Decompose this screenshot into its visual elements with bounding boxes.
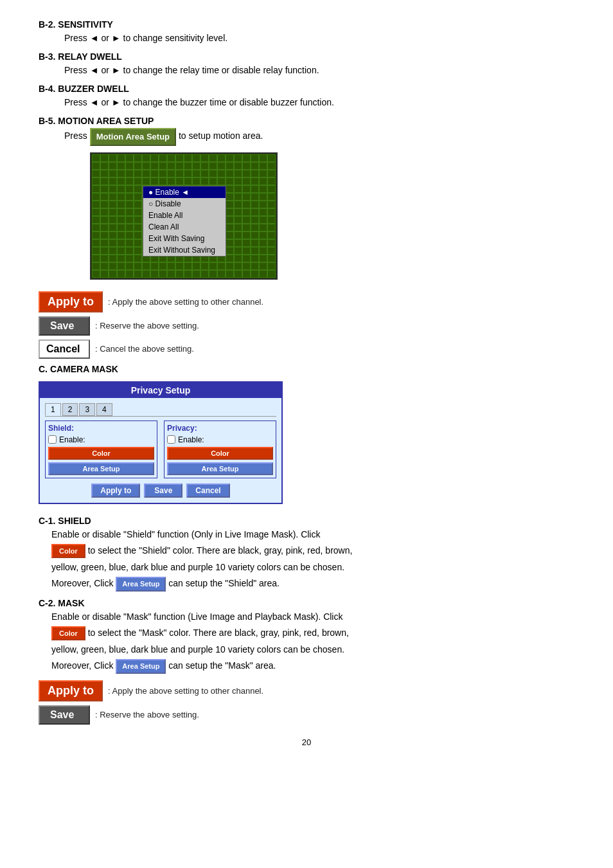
motion-cell[interactable] bbox=[167, 154, 175, 162]
motion-cell[interactable] bbox=[209, 270, 217, 278]
motion-cell[interactable] bbox=[142, 177, 150, 185]
c2-area-setup-button[interactable]: Area Setup bbox=[116, 659, 166, 674]
motion-cell[interactable] bbox=[234, 231, 242, 239]
motion-cell[interactable] bbox=[125, 231, 134, 239]
privacy-tab-3[interactable]: 3 bbox=[79, 403, 95, 416]
motion-cell[interactable] bbox=[226, 231, 234, 239]
motion-cell[interactable] bbox=[267, 208, 276, 216]
motion-cell[interactable] bbox=[134, 239, 142, 247]
motion-cell[interactable] bbox=[134, 270, 142, 278]
motion-cell[interactable] bbox=[251, 177, 259, 185]
motion-cell[interactable] bbox=[142, 170, 150, 177]
motion-cell[interactable] bbox=[234, 208, 242, 216]
motion-cell[interactable] bbox=[226, 162, 234, 170]
motion-cell[interactable] bbox=[134, 185, 142, 193]
motion-cell[interactable] bbox=[209, 170, 217, 177]
motion-cell[interactable] bbox=[234, 185, 242, 193]
motion-cell[interactable] bbox=[167, 177, 175, 185]
motion-cell[interactable] bbox=[200, 177, 209, 185]
motion-cell[interactable] bbox=[150, 170, 159, 177]
motion-cell[interactable] bbox=[109, 208, 117, 216]
motion-cell[interactable] bbox=[134, 216, 142, 224]
motion-cell[interactable] bbox=[200, 162, 209, 170]
motion-cell[interactable] bbox=[259, 185, 267, 193]
motion-cell[interactable] bbox=[134, 201, 142, 208]
motion-cell[interactable] bbox=[134, 255, 142, 262]
motion-cell[interactable] bbox=[209, 162, 217, 170]
motion-cell[interactable] bbox=[226, 154, 234, 162]
motion-cell[interactable] bbox=[100, 247, 109, 255]
privacy-save-button[interactable]: Save bbox=[144, 484, 182, 498]
motion-cell[interactable] bbox=[267, 216, 276, 224]
motion-cell[interactable] bbox=[109, 270, 117, 278]
motion-cell[interactable] bbox=[100, 185, 109, 193]
motion-cell[interactable] bbox=[267, 247, 276, 255]
motion-cell[interactable] bbox=[125, 208, 134, 216]
motion-cell[interactable] bbox=[217, 177, 226, 185]
motion-cell[interactable] bbox=[125, 162, 134, 170]
motion-cell[interactable] bbox=[100, 154, 109, 162]
motion-cell[interactable] bbox=[92, 224, 100, 231]
motion-cell[interactable] bbox=[251, 247, 259, 255]
motion-cell[interactable] bbox=[150, 177, 159, 185]
motion-cell[interactable] bbox=[234, 154, 242, 162]
motion-cell[interactable] bbox=[167, 162, 175, 170]
motion-cell[interactable] bbox=[251, 208, 259, 216]
motion-cell[interactable] bbox=[134, 247, 142, 255]
motion-cell[interactable] bbox=[234, 216, 242, 224]
context-menu-item[interactable]: Exit With Saving bbox=[143, 233, 226, 244]
motion-cell[interactable] bbox=[134, 162, 142, 170]
motion-cell[interactable] bbox=[100, 231, 109, 239]
motion-cell[interactable] bbox=[259, 154, 267, 162]
motion-cell[interactable] bbox=[125, 193, 134, 201]
motion-cell[interactable] bbox=[92, 193, 100, 201]
bottom-save-button[interactable]: Save bbox=[39, 705, 90, 725]
context-menu-item[interactable]: Clean All bbox=[143, 221, 226, 233]
motion-cell[interactable] bbox=[226, 255, 234, 262]
motion-cell[interactable] bbox=[251, 154, 259, 162]
motion-cell[interactable] bbox=[234, 193, 242, 201]
context-menu-item[interactable]: ○ Disable bbox=[143, 198, 226, 210]
privacy-enable-checkbox[interactable] bbox=[167, 435, 175, 444]
motion-cell[interactable] bbox=[259, 162, 267, 170]
motion-cell[interactable] bbox=[192, 154, 200, 162]
motion-cell[interactable] bbox=[259, 208, 267, 216]
motion-cell[interactable] bbox=[100, 201, 109, 208]
motion-cell[interactable] bbox=[226, 216, 234, 224]
motion-cell[interactable] bbox=[134, 262, 142, 270]
motion-cell[interactable] bbox=[92, 154, 100, 162]
motion-cell[interactable] bbox=[175, 162, 184, 170]
motion-cell[interactable] bbox=[251, 170, 259, 177]
motion-cell[interactable] bbox=[259, 170, 267, 177]
motion-cell[interactable] bbox=[259, 262, 267, 270]
motion-cell[interactable] bbox=[142, 162, 150, 170]
motion-cell[interactable] bbox=[251, 201, 259, 208]
motion-cell[interactable] bbox=[251, 162, 259, 170]
motion-cell[interactable] bbox=[92, 170, 100, 177]
motion-cell[interactable] bbox=[184, 262, 192, 270]
motion-cell[interactable] bbox=[100, 170, 109, 177]
motion-cell[interactable] bbox=[100, 224, 109, 231]
motion-cell[interactable] bbox=[242, 239, 251, 247]
motion-cell[interactable] bbox=[226, 208, 234, 216]
motion-cell[interactable] bbox=[100, 255, 109, 262]
motion-cell[interactable] bbox=[217, 170, 226, 177]
motion-cell[interactable] bbox=[267, 224, 276, 231]
motion-cell[interactable] bbox=[242, 185, 251, 193]
privacy-cancel-button[interactable]: Cancel bbox=[186, 484, 229, 498]
motion-cell[interactable] bbox=[192, 177, 200, 185]
motion-cell[interactable] bbox=[234, 270, 242, 278]
apply-to-button[interactable]: Apply to bbox=[39, 291, 103, 312]
motion-cell[interactable] bbox=[125, 262, 134, 270]
motion-cell[interactable] bbox=[217, 162, 226, 170]
motion-cell[interactable] bbox=[251, 185, 259, 193]
motion-cell[interactable] bbox=[150, 262, 159, 270]
motion-cell[interactable] bbox=[267, 201, 276, 208]
motion-cell[interactable] bbox=[100, 216, 109, 224]
save-button[interactable]: Save bbox=[39, 316, 90, 336]
motion-cell[interactable] bbox=[134, 224, 142, 231]
motion-cell[interactable] bbox=[251, 224, 259, 231]
motion-area-setup-button[interactable]: Motion Area Setup bbox=[90, 128, 176, 146]
motion-cell[interactable] bbox=[167, 262, 175, 270]
motion-cell[interactable] bbox=[226, 170, 234, 177]
